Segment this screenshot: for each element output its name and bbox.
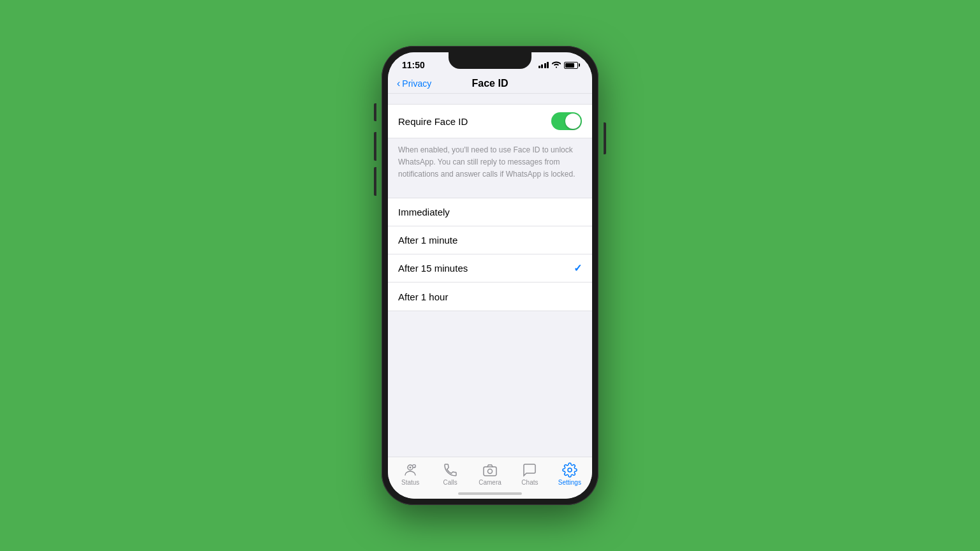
tab-camera[interactable]: Camera xyxy=(470,462,510,486)
option-after-1-minute-label: After 1 minute xyxy=(398,235,457,246)
back-chevron-icon: ‹ xyxy=(397,78,400,89)
calls-tab-icon xyxy=(443,462,458,478)
chats-tab-icon xyxy=(522,462,537,478)
status-time: 11:50 xyxy=(402,60,425,70)
camera-tab-icon xyxy=(482,462,498,478)
require-face-id-label: Require Face ID xyxy=(398,116,468,127)
svg-rect-5 xyxy=(484,467,496,476)
silent-switch xyxy=(374,103,376,121)
option-immediately[interactable]: Immediately xyxy=(388,198,592,226)
selected-checkmark-icon: ✓ xyxy=(574,262,582,274)
battery-icon xyxy=(564,62,578,69)
status-tab-icon: + xyxy=(403,462,418,478)
chats-tab-label: Chats xyxy=(521,479,538,486)
require-face-id-toggle[interactable] xyxy=(551,112,582,130)
tab-calls[interactable]: Calls xyxy=(430,462,470,486)
option-after-1-hour-label: After 1 hour xyxy=(398,291,448,302)
back-label: Privacy xyxy=(402,78,431,89)
volume-down-button xyxy=(374,167,376,196)
phone-frame: 11:50 xyxy=(382,46,598,505)
calls-tab-label: Calls xyxy=(443,479,457,486)
status-icons xyxy=(538,61,579,70)
option-after-15-minutes[interactable]: After 15 minutes ✓ xyxy=(388,254,592,283)
svg-point-6 xyxy=(488,469,493,474)
option-after-1-minute[interactable]: After 1 minute xyxy=(388,226,592,254)
svg-point-1 xyxy=(410,467,412,469)
back-button[interactable]: ‹ Privacy xyxy=(397,78,431,89)
face-id-description-section: When enabled, you'll need to use Face ID… xyxy=(388,138,592,187)
content-area: Require Face ID When enabled, you'll nee… xyxy=(388,94,592,457)
phone-screen: 11:50 xyxy=(388,52,592,499)
tab-chats[interactable]: Chats xyxy=(510,462,549,486)
wifi-icon xyxy=(552,61,561,70)
option-after-1-hour[interactable]: After 1 hour xyxy=(388,283,592,311)
option-immediately-label: Immediately xyxy=(398,207,450,217)
power-button xyxy=(604,122,606,154)
tab-settings[interactable]: Settings xyxy=(550,462,590,486)
settings-tab-icon xyxy=(562,462,577,478)
tab-status[interactable]: + Status xyxy=(390,462,430,486)
notch xyxy=(449,52,531,69)
page-title: Face ID xyxy=(472,78,509,89)
require-face-id-section: Require Face ID xyxy=(388,104,592,138)
settings-tab-label: Settings xyxy=(558,479,581,486)
option-after-15-minutes-label: After 15 minutes xyxy=(398,263,468,274)
navigation-bar: ‹ Privacy Face ID xyxy=(388,73,592,94)
status-tab-label: Status xyxy=(401,479,419,486)
face-id-description: When enabled, you'll need to use Face ID… xyxy=(398,145,575,179)
require-face-id-row[interactable]: Require Face ID xyxy=(388,105,592,138)
home-indicator xyxy=(458,492,522,495)
svg-point-7 xyxy=(568,468,572,472)
lock-options-section: Immediately After 1 minute After 15 minu… xyxy=(388,198,592,311)
volume-up-button xyxy=(374,132,376,161)
camera-tab-label: Camera xyxy=(479,479,501,486)
signal-icon xyxy=(538,62,549,68)
